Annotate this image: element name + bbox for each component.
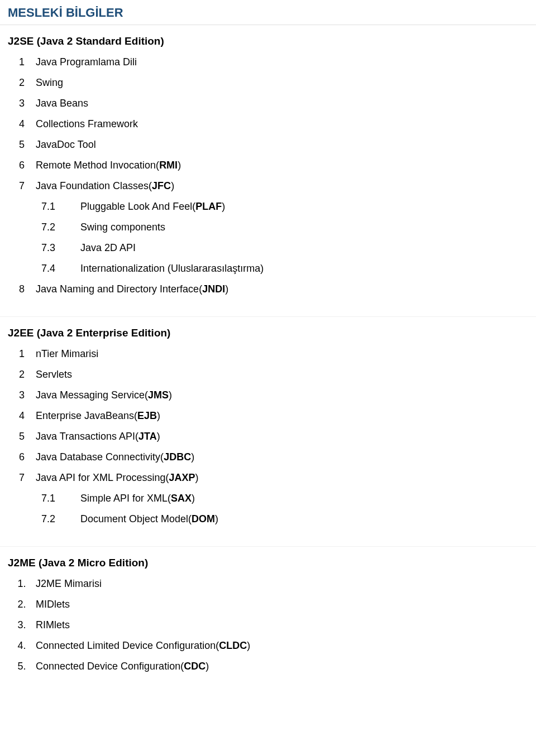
item-number: 3	[8, 619, 36, 631]
item-number: 1	[8, 578, 36, 590]
sub-item-number: 7.4	[41, 263, 80, 275]
item-bold: JDBC	[164, 451, 191, 463]
item-text: Java Naming and Directory Interface(JNDI…	[36, 283, 228, 295]
item-content: Java Foundation Classes(JFC)	[36, 180, 536, 192]
sub-list: 7.1Simple API for XML(SAX)7.2Document Ob…	[8, 488, 536, 529]
item-content: Enterprise JavaBeans(EJB)	[36, 410, 536, 422]
item-text: Connected Limited Device Configuration(C…	[36, 640, 250, 651]
section-title: J2EE (Java 2 Enterprise Edition)	[0, 327, 536, 344]
list-item: 3Java Beans	[8, 93, 536, 114]
item-number: 3	[8, 98, 36, 109]
sub-item: 7.1Pluggable Look And Feel(PLAF)	[41, 196, 536, 217]
item-number: 2	[8, 369, 36, 381]
list-item: 8Java Naming and Directory Interface(JND…	[8, 279, 536, 300]
sub-item: 7.1Simple API for XML(SAX)	[41, 488, 536, 509]
list: 1nTier Mimarisi2Servlets3Java Messaging …	[0, 344, 536, 529]
item-text: nTier Mimarisi	[36, 348, 98, 359]
item-text: Document Object Model(DOM)	[80, 513, 218, 524]
sub-item-number: 7.3	[41, 242, 80, 254]
list-item: 1Java Programlama Dili	[8, 52, 536, 73]
item-text: Collections Framework	[36, 118, 138, 129]
item-text: Enterprise JavaBeans(EJB)	[36, 410, 160, 421]
item-text: Java 2D API	[80, 242, 136, 253]
item-number: 5	[8, 431, 36, 442]
item-number: 8	[8, 283, 36, 295]
item-number: 6	[8, 160, 36, 171]
list-item: 5JavaDoc Tool	[8, 134, 536, 155]
list-item: 1J2ME Mimarisi	[8, 574, 536, 594]
section-title: J2ME (Java 2 Micro Edition)	[0, 557, 536, 574]
item-content: Java API for XML Processing(JAXP)	[36, 472, 536, 484]
item-text: Java Database Connectivity(JDBC)	[36, 451, 194, 463]
item-number: 5	[8, 661, 36, 672]
item-text: Java API for XML Processing(JAXP)	[36, 472, 198, 483]
item-content: Java Programlama Dili	[36, 56, 536, 68]
list-item: 4Collections Framework	[8, 114, 536, 134]
item-content: Servlets	[36, 369, 536, 381]
sub-item-number: 7.2	[41, 221, 80, 233]
list-item: 2MIDlets	[8, 594, 536, 615]
item-text: Java Programlama Dili	[36, 56, 137, 68]
sub-item-content: Swing components	[80, 221, 536, 233]
item-text: Simple API for XML(SAX)	[80, 493, 195, 504]
item-text: Java Foundation Classes(JFC)	[36, 180, 174, 191]
item-number: 4	[8, 640, 36, 652]
item-content: JavaDoc Tool	[36, 139, 536, 151]
sub-item-content: Java 2D API	[80, 242, 536, 254]
item-content: Swing	[36, 77, 536, 89]
item-content: nTier Mimarisi	[36, 348, 536, 360]
item-text: Java Beans	[36, 98, 88, 109]
sub-item-content: Simple API for XML(SAX)	[80, 493, 536, 504]
sub-item-number: 7.2	[41, 513, 80, 525]
item-number: 4	[8, 118, 36, 130]
sub-list: 7.1Pluggable Look And Feel(PLAF)7.2Swing…	[8, 196, 536, 279]
item-number: 2	[8, 77, 36, 89]
item-text: RIMlets	[36, 619, 70, 630]
item-text: Servlets	[36, 369, 72, 380]
section: J2ME (Java 2 Micro Edition)1J2ME Mimaris…	[0, 547, 536, 694]
item-text: Swing components	[80, 221, 165, 233]
item-bold: JTA	[138, 431, 157, 442]
sections-container: J2SE (Java 2 Standard Edition)1Java Prog…	[0, 25, 536, 694]
list-item: 6Java Database Connectivity(JDBC)	[8, 447, 536, 468]
item-content: Java Database Connectivity(JDBC)	[36, 451, 536, 463]
item-text: Java Transactions API(JTA)	[36, 431, 160, 442]
item-text: MIDlets	[36, 599, 70, 610]
item-content: Connected Device Configuration(CDC)	[36, 661, 536, 672]
item-bold: CDC	[184, 661, 205, 672]
list-item: 7Java API for XML Processing(JAXP)	[8, 468, 536, 488]
item-bold: JMS	[148, 389, 169, 401]
sub-item: 7.4Internationalization (Uluslararasılaş…	[41, 258, 536, 279]
item-bold: JFC	[152, 180, 171, 191]
item-bold: EJB	[137, 410, 157, 421]
list-item: 1nTier Mimarisi	[8, 344, 536, 364]
item-bold: JNDI	[202, 283, 225, 295]
item-number: 3	[8, 389, 36, 401]
item-text: Swing	[36, 77, 63, 88]
item-bold: RMI	[159, 160, 178, 171]
list: 1Java Programlama Dili2Swing3Java Beans4…	[0, 52, 536, 300]
sub-item: 7.3Java 2D API	[41, 238, 536, 258]
list-item: 3Java Messaging Service(JMS)	[8, 385, 536, 406]
section: J2SE (Java 2 Standard Edition)1Java Prog…	[0, 25, 536, 317]
item-text: JavaDoc Tool	[36, 139, 96, 150]
sub-item-content: Internationalization (Uluslararasılaştır…	[80, 263, 536, 275]
list-item: 7Java Foundation Classes(JFC)	[8, 176, 536, 196]
sub-item-content: Document Object Model(DOM)	[80, 513, 536, 525]
item-content: Connected Limited Device Configuration(C…	[36, 640, 536, 652]
sub-item: 7.2Document Object Model(DOM)	[41, 509, 536, 529]
list-item: 2Servlets	[8, 364, 536, 385]
item-content: Java Naming and Directory Interface(JNDI…	[36, 283, 536, 295]
item-number: 7	[8, 180, 36, 192]
sub-item-content: Pluggable Look And Feel(PLAF)	[80, 201, 536, 213]
item-content: Java Messaging Service(JMS)	[36, 389, 536, 401]
list-item: 6Remote Method Invocation(RMI)	[8, 155, 536, 176]
list-item: 3RIMlets	[8, 615, 536, 635]
item-text: Internationalization (Uluslararasılaştır…	[80, 263, 264, 274]
item-bold: DOM	[192, 513, 215, 524]
sub-item: 7.2Swing components	[41, 217, 536, 238]
item-number: 4	[8, 410, 36, 422]
list-item: 5Java Transactions API(JTA)	[8, 426, 536, 447]
item-number: 7	[8, 472, 36, 484]
item-bold: CLDC	[219, 640, 247, 651]
